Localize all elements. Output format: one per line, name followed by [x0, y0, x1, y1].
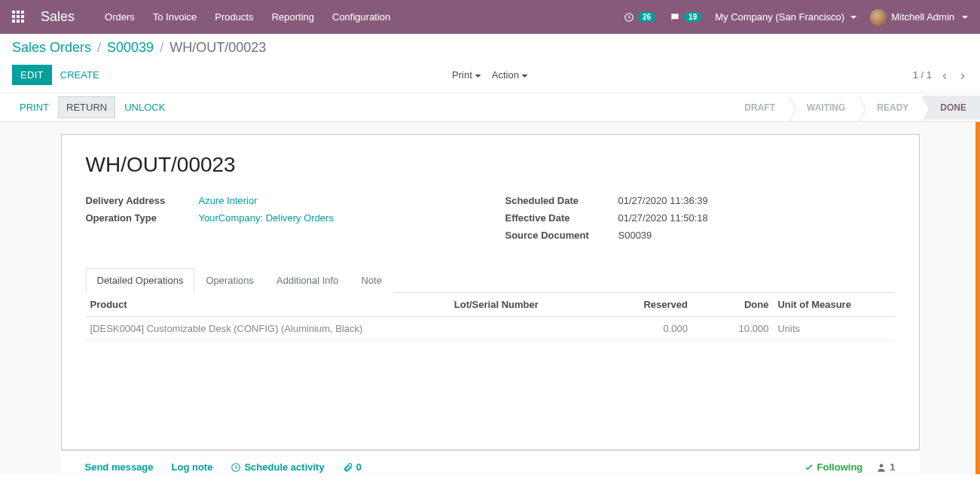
topbar: Sales Orders To Invoice Products Reporti… [0, 0, 980, 34]
action-dropdown[interactable]: Action [492, 69, 528, 81]
attachments-count: 0 [356, 461, 362, 473]
return-button[interactable]: RETURN [58, 96, 115, 118]
col-reserved[interactable]: Reserved [595, 293, 692, 317]
operation-type-link[interactable]: YourCompany: Delivery Orders [199, 212, 334, 224]
sheet-background: WH/OUT/00023 Delivery Address Azure Inte… [0, 122, 980, 474]
delivery-address-link[interactable]: Azure Interior [199, 195, 258, 206]
clock-icon [230, 462, 241, 473]
status-waiting[interactable]: WAITING [789, 96, 859, 120]
status-done[interactable]: DONE [922, 96, 980, 120]
pager-next[interactable]: › [957, 68, 968, 82]
following-label: Following [817, 461, 863, 473]
status-draft[interactable]: DRAFT [726, 96, 789, 120]
cell-lot [450, 317, 595, 341]
table-row[interactable]: [DESK0004] Customizable Desk (CONFIG) (A… [86, 317, 895, 341]
col-product[interactable]: Product [86, 293, 450, 317]
breadcrumb-root[interactable]: Sales Orders [12, 40, 91, 56]
messages-indicator[interactable]: 19 [669, 11, 701, 23]
tab-additional-info[interactable]: Additional Info [265, 268, 350, 293]
cell-reserved: 0.000 [595, 317, 692, 341]
source-doc-value: S00039 [618, 230, 652, 241]
check-icon [804, 462, 814, 473]
user-menu[interactable]: Mitchell Admin [870, 9, 968, 26]
record-title: WH/OUT/00023 [86, 153, 895, 177]
app-brand[interactable]: Sales [41, 9, 75, 25]
nav-reporting[interactable]: Reporting [272, 11, 314, 23]
person-icon [876, 462, 887, 473]
operations-table: Product Lot/Serial Number Reserved Done … [86, 293, 895, 341]
schedule-activity-button[interactable]: Schedule activity [230, 461, 324, 473]
topbar-right: 26 19 My Company (San Francisco) Mitchel… [623, 9, 968, 26]
operation-type-label: Operation Type [86, 212, 199, 224]
scheduled-date-label: Scheduled Date [505, 195, 618, 206]
apps-icon[interactable] [12, 11, 26, 24]
scheduled-date-value: 01/27/2020 11:36:39 [618, 195, 708, 206]
col-uom[interactable]: Unit of Measure [773, 293, 894, 317]
log-note-button[interactable]: Log note [172, 461, 213, 473]
user-label: Mitchell Admin [891, 11, 954, 23]
col-done[interactable]: Done [692, 293, 773, 317]
print-dropdown[interactable]: Print [452, 69, 481, 81]
edit-button[interactable]: EDIT [12, 65, 52, 85]
effective-date-value: 01/27/2020 11:50:18 [618, 212, 708, 224]
following-button[interactable]: Following [804, 461, 863, 473]
pager-prev[interactable]: ‹ [939, 68, 950, 82]
nav-configuration[interactable]: Configuration [332, 11, 390, 23]
nav-products[interactable]: Products [215, 11, 253, 23]
breadcrumb: Sales Orders / S00039 / WH/OUT/00023 [12, 40, 968, 56]
control-bar: Sales Orders / S00039 / WH/OUT/00023 EDI… [0, 34, 980, 93]
company-label: My Company (San Francisco) [715, 11, 844, 23]
schedule-activity-label: Schedule activity [244, 461, 324, 473]
cell-done: 10.000 [692, 317, 773, 341]
unlock-button[interactable]: UNLOCK [117, 96, 172, 118]
activity-count: 26 [638, 12, 655, 22]
chatter: Send message Log note Schedule activity … [61, 450, 920, 473]
delivery-address-label: Delivery Address [86, 195, 199, 206]
pager-text: 1 / 1 [913, 69, 932, 81]
nav-orders[interactable]: Orders [105, 11, 135, 23]
breadcrumb-sep: / [160, 40, 163, 56]
form-sheet: WH/OUT/00023 Delivery Address Azure Inte… [61, 134, 920, 450]
cell-product: [DESK0004] Customizable Desk (CONFIG) (A… [86, 317, 450, 341]
scrollbar-accent [975, 122, 980, 474]
status-ready[interactable]: READY [859, 96, 922, 120]
messages-count: 19 [684, 12, 701, 22]
activity-indicator[interactable]: 26 [623, 11, 655, 23]
tab-operations[interactable]: Operations [194, 268, 265, 293]
chat-icon [669, 11, 681, 23]
status-steps: DRAFT WAITING READY DONE [726, 96, 980, 120]
source-doc-label: Source Document [505, 230, 618, 241]
followers-count: 1 [890, 461, 895, 473]
send-message-button[interactable]: Send message [85, 461, 154, 473]
tab-detailed-operations[interactable]: Detailed Operations [86, 268, 195, 293]
company-selector[interactable]: My Company (San Francisco) [715, 11, 856, 23]
breadcrumb-current: WH/OUT/00023 [169, 40, 266, 56]
nav-to-invoice[interactable]: To Invoice [153, 11, 197, 23]
create-button[interactable]: CREATE [52, 65, 108, 85]
effective-date-label: Effective Date [505, 212, 618, 224]
tab-note[interactable]: Note [350, 268, 392, 293]
top-nav: Orders To Invoice Products Reporting Con… [105, 11, 390, 23]
print-button[interactable]: PRINT [12, 96, 56, 118]
tabs: Detailed Operations Operations Additiona… [86, 268, 895, 293]
svg-point-2 [880, 464, 884, 467]
col-lot[interactable]: Lot/Serial Number [450, 293, 595, 317]
cell-uom: Units [773, 317, 894, 341]
avatar [870, 9, 887, 26]
paperclip-icon [343, 462, 353, 473]
status-bar: PRINT RETURN UNLOCK DRAFT WAITING READY … [0, 93, 980, 122]
attachments-button[interactable]: 0 [343, 461, 362, 473]
followers-button[interactable]: 1 [876, 461, 895, 473]
breadcrumb-parent[interactable]: S00039 [107, 40, 154, 56]
pager: 1 / 1 ‹ › [913, 68, 968, 82]
breadcrumb-sep: / [97, 40, 101, 56]
clock-icon [623, 11, 635, 23]
